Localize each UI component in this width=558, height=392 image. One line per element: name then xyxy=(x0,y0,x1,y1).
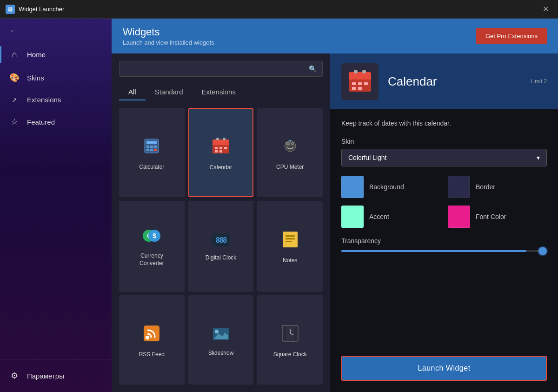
launch-btn-wrap: Launch Widget xyxy=(330,356,558,392)
svg-rect-51 xyxy=(358,82,362,85)
sidebar-item-skins[interactable]: 🎨 Skins xyxy=(0,66,112,89)
tabs: All Standard Extensions xyxy=(119,84,323,100)
widgets-header: Widgets Launch and view installed widget… xyxy=(112,19,558,53)
tab-all[interactable]: All xyxy=(119,84,146,100)
digital-clock-label: Digital Clock xyxy=(206,254,237,262)
app-title: Widget Launcher xyxy=(19,6,64,13)
widget-card-cpu[interactable]: CPU Meter xyxy=(257,108,323,197)
svg-text:$: $ xyxy=(153,232,156,239)
svg-point-13 xyxy=(216,138,219,140)
svg-point-14 xyxy=(223,138,226,140)
calendar-label: Calendar xyxy=(210,164,232,172)
svg-rect-6 xyxy=(150,149,153,151)
svg-rect-35 xyxy=(286,241,292,242)
widget-list-panel: 🔍 All Standard Extensions xyxy=(112,53,330,392)
detail-hero-icon xyxy=(341,63,379,100)
chevron-down-icon: ▾ xyxy=(537,154,540,161)
sidebar-item-home[interactable]: ⌂ Home xyxy=(0,43,112,66)
search-input[interactable] xyxy=(125,65,309,73)
svg-point-20 xyxy=(285,140,296,152)
sidebar-label-featured: Featured xyxy=(27,118,55,126)
settings-label: Параметры xyxy=(27,372,64,380)
sidebar-item-extensions[interactable]: ↗ Extensions xyxy=(0,89,112,110)
svg-rect-4 xyxy=(154,146,157,148)
svg-rect-15 xyxy=(215,147,218,149)
widget-card-slideshow[interactable]: Slideshow xyxy=(188,295,254,385)
widget-card-digital-clock[interactable]: 888 Digital Clock xyxy=(188,201,254,291)
svg-point-22 xyxy=(287,143,289,145)
calendar-icon xyxy=(212,137,230,159)
skin-section: Skin Colorful Light ▾ xyxy=(341,138,547,166)
svg-rect-54 xyxy=(358,87,362,90)
widget-card-notes[interactable]: Notes xyxy=(257,201,323,291)
skin-label: Skin xyxy=(341,138,547,145)
app-body: ← ⌂ Home 🎨 Skins ↗ Extensions ☆ Featured… xyxy=(0,19,558,392)
pro-extensions-button[interactable]: Get Pro Extensions xyxy=(476,28,547,44)
svg-rect-52 xyxy=(364,82,368,85)
notes-icon xyxy=(282,231,299,252)
app-icon: ▦ xyxy=(6,5,15,14)
tab-extensions[interactable]: Extensions xyxy=(193,84,245,100)
widget-card-square-clock[interactable]: Square Clock xyxy=(257,295,323,385)
border-swatch[interactable] xyxy=(448,176,470,198)
cpu-icon xyxy=(281,137,299,159)
svg-rect-7 xyxy=(154,149,157,151)
search-bar: 🔍 xyxy=(119,61,323,77)
transparency-slider[interactable] xyxy=(341,250,547,252)
svg-rect-36 xyxy=(144,326,159,341)
transparency-label: Transparency xyxy=(341,237,547,245)
svg-rect-41 xyxy=(286,326,290,341)
widgets-subtitle: Launch and view installed widgets xyxy=(123,39,214,46)
color-item-background: Background xyxy=(341,176,440,198)
content-area: Widgets Launch and view installed widget… xyxy=(112,19,558,392)
svg-rect-18 xyxy=(215,150,218,153)
svg-point-49 xyxy=(362,70,366,73)
square-clock-icon xyxy=(281,325,299,346)
widget-card-calendar[interactable]: Calendar xyxy=(188,108,254,197)
svg-rect-1 xyxy=(146,141,157,144)
widget-card-currency[interactable]: € $ Currency Converter xyxy=(119,201,185,291)
svg-rect-34 xyxy=(286,238,295,239)
slider-thumb[interactable] xyxy=(538,247,547,255)
sidebar-label-skins: Skins xyxy=(27,74,44,82)
widgets-title-block: Widgets Launch and view installed widget… xyxy=(123,26,214,46)
square-clock-label: Square Clock xyxy=(273,351,307,359)
accent-swatch[interactable] xyxy=(341,206,364,228)
accent-label: Accent xyxy=(369,213,389,220)
svg-point-39 xyxy=(215,330,219,333)
widget-grid: Calculator xyxy=(119,108,323,385)
sidebar-nav: ⌂ Home 🎨 Skins ↗ Extensions ☆ Featured xyxy=(0,43,112,359)
skins-icon: 🎨 xyxy=(9,73,20,83)
slider-fill xyxy=(341,250,526,252)
back-button[interactable]: ← xyxy=(0,19,112,43)
close-button[interactable]: ✕ xyxy=(539,3,552,15)
svg-rect-53 xyxy=(352,87,356,90)
background-swatch[interactable] xyxy=(341,176,364,198)
skin-value: Colorful Light xyxy=(348,154,387,161)
svg-rect-2 xyxy=(146,146,149,148)
widgets-title: Widgets xyxy=(123,26,214,38)
featured-icon: ☆ xyxy=(9,117,20,127)
back-icon: ← xyxy=(9,26,18,36)
svg-rect-50 xyxy=(352,82,356,85)
home-icon: ⌂ xyxy=(9,50,20,60)
widget-card-rss[interactable]: RSS Feed xyxy=(119,295,185,385)
sidebar-settings[interactable]: ⚙ Параметры xyxy=(9,367,102,385)
svg-rect-42 xyxy=(291,326,294,341)
font-color-swatch[interactable] xyxy=(448,206,470,228)
search-icon: 🔍 xyxy=(309,65,317,73)
sidebar-item-featured[interactable]: ☆ Featured xyxy=(0,110,112,133)
tab-standard[interactable]: Standard xyxy=(146,84,193,100)
svg-rect-33 xyxy=(286,235,295,237)
skin-dropdown[interactable]: Colorful Light ▾ xyxy=(341,149,547,166)
detail-panel: Calendar Limit 2 Keep track of dates wit… xyxy=(330,53,558,392)
svg-rect-47 xyxy=(349,78,371,80)
title-bar: ▦ Widget Launcher ✕ xyxy=(0,0,558,19)
detail-title: Calendar xyxy=(388,74,521,89)
svg-rect-19 xyxy=(219,150,222,153)
color-item-font: Font Color xyxy=(448,206,547,228)
launch-widget-button[interactable]: Launch Widget xyxy=(341,356,547,381)
widget-card-calculator[interactable]: Calculator xyxy=(119,108,185,197)
background-label: Background xyxy=(369,183,404,191)
slideshow-icon xyxy=(212,326,230,345)
